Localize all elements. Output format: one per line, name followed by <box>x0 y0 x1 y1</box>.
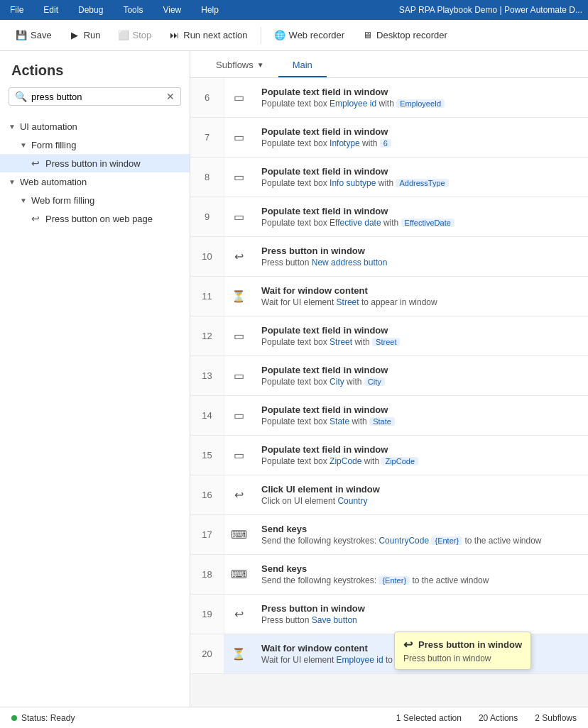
action-number: 12 <box>190 316 224 355</box>
action-badge: 6 <box>380 139 391 148</box>
action-row[interactable]: 9▭Populate text field in windowPopulate … <box>190 197 588 237</box>
action-content: Press button in windowPress button Save … <box>253 595 588 634</box>
subcategory-label: Form filling <box>31 140 77 150</box>
action-row[interactable]: 15▭Populate text field in windowPopulate… <box>190 436 588 475</box>
action-title: Populate text field in window <box>261 325 579 336</box>
run-next-button[interactable]: ⏭ Run next action <box>161 26 254 45</box>
action-badge: {Enter} <box>431 536 462 545</box>
action-row[interactable]: 14▭Populate text field in windowPopulate… <box>190 396 588 436</box>
tooltip-title: Press button in window <box>418 639 522 650</box>
subflows-dropdown-icon[interactable]: ▼ <box>257 61 264 69</box>
menu-debug[interactable]: Debug <box>74 2 107 18</box>
window-icon: ▭ <box>224 396 253 435</box>
action-badge: EffectiveDate <box>401 219 454 227</box>
action-row[interactable]: 18⌨Send keysSend the following keystroke… <box>190 555 588 595</box>
action-row[interactable]: 19↩Press button in windowPress button Sa… <box>190 595 588 634</box>
search-clear-icon[interactable]: ✕ <box>166 91 175 102</box>
action-highlight: Info subtype <box>330 178 376 188</box>
action-highlight: Effective date <box>330 218 381 228</box>
action-number: 13 <box>190 356 224 395</box>
tab-main[interactable]: Main <box>278 54 327 77</box>
action-content: Press button in windowPress button New a… <box>253 237 588 276</box>
web-recorder-button[interactable]: 🌐 Web recorder <box>267 26 352 45</box>
subcategory-label: Web form filling <box>31 195 94 206</box>
action-row[interactable]: 12▭Populate text field in windowPopulate… <box>190 316 588 356</box>
wait-icon: ⏳ <box>224 277 253 316</box>
action-title: Populate text field in window <box>261 166 579 177</box>
action-row[interactable]: 7▭Populate text field in windowPopulate … <box>190 118 588 158</box>
action-badge: ZipCode <box>381 457 418 465</box>
action-title: Press button in window <box>261 603 579 614</box>
action-row[interactable]: 17⌨Send keysSend the following keystroke… <box>190 515 588 555</box>
stop-button[interactable]: ⬜ Stop <box>111 26 159 45</box>
action-number: 7 <box>190 118 224 157</box>
run-next-icon: ⏭ <box>168 30 180 41</box>
save-icon: 💾 <box>16 30 27 41</box>
status-right: 1 Selected action 20 Actions 2 Subflows <box>396 713 577 723</box>
action-badge: State <box>369 417 395 426</box>
action-content: Populate text field in windowPopulate te… <box>253 78 588 117</box>
tree-item-press-button-web[interactable]: ↩ Press button on web page <box>0 209 190 228</box>
selected-count: 1 Selected action <box>396 713 462 723</box>
action-desc: Send the following keystrokes: CountryCo… <box>261 536 579 546</box>
action-highlight: City <box>330 377 344 387</box>
window-icon: ▭ <box>224 78 253 117</box>
action-row[interactable]: 11⏳Wait for window contentWait for UI el… <box>190 277 588 316</box>
menu-file[interactable]: File <box>6 2 28 18</box>
action-title: Press button in window <box>261 246 579 256</box>
chevron-down-icon: ▼ <box>9 123 16 131</box>
action-desc: Populate text box Employee id with Emplo… <box>261 99 579 109</box>
action-title: Click UI element in window <box>261 484 579 495</box>
menu-edit[interactable]: Edit <box>39 2 62 18</box>
app-title: SAP RPA Playbook Demo | Power Automate D… <box>399 5 582 15</box>
action-badge: EmployeeId <box>396 99 445 108</box>
run-button[interactable]: ▶ Run <box>62 26 108 45</box>
toolbar-separator <box>261 27 261 44</box>
action-title: Populate text field in window <box>261 404 579 415</box>
content-wrapper: 6▭Populate text field in windowPopulate … <box>190 78 588 707</box>
menu-tools[interactable]: Tools <box>119 2 147 18</box>
desktop-recorder-button[interactable]: 🖥 Desktop recorder <box>354 26 454 45</box>
action-row[interactable]: 6▭Populate text field in windowPopulate … <box>190 78 588 118</box>
action-content: Populate text field in windowPopulate te… <box>253 436 588 475</box>
action-title: Populate text field in window <box>261 365 579 375</box>
action-number: 9 <box>190 197 224 236</box>
action-highlight: Save button <box>312 615 357 625</box>
action-badge: {Enter} <box>379 576 410 585</box>
action-row[interactable]: 16↩Click UI element in windowClick on UI… <box>190 475 588 515</box>
action-highlight: New address button <box>312 258 388 268</box>
menu-items: File Edit Debug Tools View Help <box>6 2 223 18</box>
action-row[interactable]: 8▭Populate text field in windowPopulate … <box>190 158 588 197</box>
menu-view[interactable]: View <box>158 2 185 18</box>
window-icon: ▭ <box>224 118 253 157</box>
window-icon: ▭ <box>224 356 253 395</box>
menu-help[interactable]: Help <box>197 2 223 18</box>
tab-subflows[interactable]: Subflows ▼ <box>202 54 278 77</box>
action-row[interactable]: 13▭Populate text field in windowPopulate… <box>190 356 588 396</box>
category-web-automation[interactable]: ▼ Web automation <box>0 172 190 192</box>
tree-item-press-button-window[interactable]: ↩ Press button in window <box>0 154 190 172</box>
search-input[interactable] <box>31 92 166 102</box>
save-button[interactable]: 💾 Save <box>9 26 59 45</box>
tooltip-header: ↩ Press button in window <box>403 638 522 651</box>
tree-group-ui-automation: ▼ UI automation ▼ Form filling ↩ Press b… <box>0 117 190 172</box>
category-ui-automation[interactable]: ▼ UI automation <box>0 117 190 136</box>
action-content: Populate text field in windowPopulate te… <box>253 158 588 197</box>
tooltip-press-icon: ↩ <box>403 638 413 651</box>
status-indicator <box>11 715 17 721</box>
action-number: 10 <box>190 237 224 276</box>
action-number: 17 <box>190 515 224 554</box>
action-desc: Populate text box Infotype with 6 <box>261 138 579 148</box>
action-title: Send keys <box>261 524 579 534</box>
keys-icon: ⌨ <box>224 555 253 594</box>
action-row[interactable]: 10↩Press button in windowPress button Ne… <box>190 237 588 277</box>
subcategory-web-form-filling[interactable]: ▼ Web form filling <box>0 192 190 209</box>
action-desc: Press button New address button <box>261 258 579 268</box>
action-content: Send keysSend the following keystrokes: … <box>253 555 588 594</box>
status-left: Status: Ready <box>11 713 75 723</box>
tooltip-body: Press button in window <box>403 653 522 663</box>
action-content: Wait for window contentWait for UI eleme… <box>253 277 588 316</box>
subcategory-form-filling[interactable]: ▼ Form filling <box>0 136 190 154</box>
action-desc: Populate text box Effective date with Ef… <box>261 218 579 228</box>
chevron-down-icon: ▼ <box>20 141 27 149</box>
